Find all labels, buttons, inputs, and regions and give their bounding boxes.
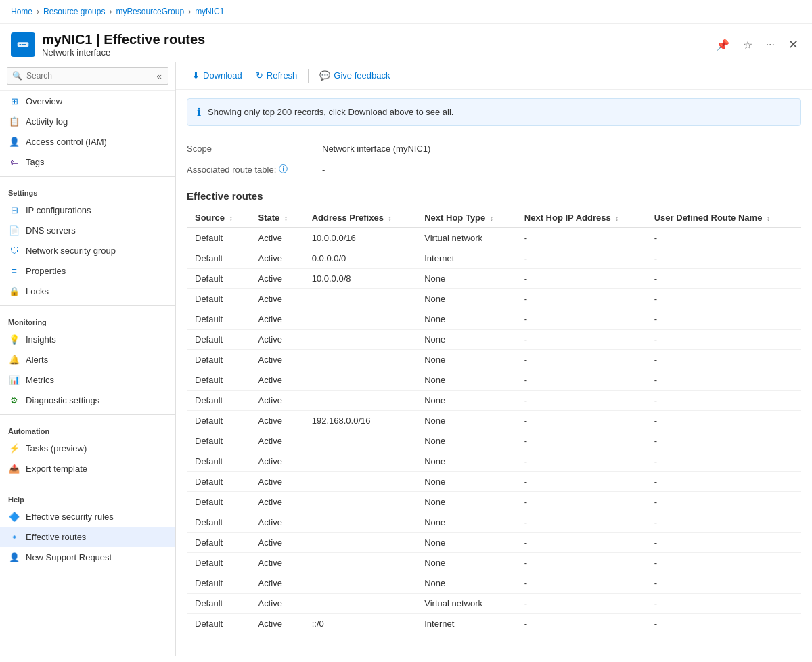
sidebar-item-export[interactable]: 📤 Export template bbox=[0, 458, 175, 479]
cell-nexthop-5: None bbox=[416, 330, 516, 350]
sort-state-icon: ↕ bbox=[284, 215, 288, 222]
cell-state-12: Active bbox=[250, 472, 304, 492]
cell-nexthop-14: None bbox=[416, 512, 516, 533]
assoc-value: - bbox=[322, 164, 325, 175]
sort-nexthop-icon: ↕ bbox=[490, 215, 493, 222]
breadcrumb-resource-groups[interactable]: Resource groups bbox=[43, 7, 105, 16]
cell-address-17 bbox=[304, 573, 417, 594]
cell-nexthop-17: None bbox=[416, 573, 516, 594]
sidebar-item-insights[interactable]: 💡 Insights bbox=[0, 329, 175, 349]
col-source[interactable]: Source ↕ bbox=[187, 208, 250, 227]
nsg-icon: 🛡 bbox=[8, 244, 20, 257]
cell-source-1: Default bbox=[187, 248, 250, 269]
more-button[interactable]: ··· bbox=[763, 36, 777, 53]
table-row: Default Active None - - bbox=[187, 309, 801, 330]
cell-nexthop-1: Internet bbox=[416, 248, 516, 269]
col-address[interactable]: Address Prefixes ↕ bbox=[304, 208, 417, 227]
cell-address-8 bbox=[304, 391, 417, 411]
sidebar-item-ip-config[interactable]: ⊟ IP configurations bbox=[0, 200, 175, 220]
cell-source-0: Default bbox=[187, 227, 250, 248]
download-label: Download bbox=[203, 70, 242, 81]
table-row: Default Active None - - bbox=[187, 370, 801, 391]
sidebar-item-security-rules[interactable]: 🔷 Effective security rules bbox=[0, 506, 175, 527]
close-button[interactable]: ✕ bbox=[786, 35, 801, 55]
download-button[interactable]: ⬇ Download bbox=[187, 67, 248, 84]
cell-source-14: Default bbox=[187, 512, 250, 533]
metrics-icon: 📊 bbox=[8, 374, 20, 386]
content-area: ⬇ Download ↻ Refresh 💬 Give feedback ℹ S… bbox=[176, 62, 812, 656]
sort-source-icon: ↕ bbox=[229, 215, 233, 222]
col-state[interactable]: State ↕ bbox=[250, 208, 304, 227]
routes-table: Source ↕ State ↕ Address Prefixes ↕ Ne bbox=[187, 208, 801, 634]
col-next-hop[interactable]: Next Hop Type ↕ bbox=[416, 208, 516, 227]
cell-nexthop-ip-5: - bbox=[516, 330, 646, 350]
cell-nexthop-ip-19: - bbox=[516, 614, 646, 634]
refresh-button[interactable]: ↻ Refresh bbox=[250, 67, 303, 84]
export-icon: 📤 bbox=[8, 462, 20, 475]
search-input[interactable] bbox=[7, 67, 168, 85]
sidebar-item-properties[interactable]: ≡ Properties bbox=[0, 261, 175, 281]
sidebar-label-tags: Tags bbox=[26, 157, 44, 167]
sidebar-item-nsg[interactable]: 🛡 Network security group bbox=[0, 240, 175, 261]
sidebar-item-diag[interactable]: ⚙ Diagnostic settings bbox=[0, 390, 175, 410]
page-title: myNIC1 | Effective routes bbox=[42, 32, 205, 47]
sidebar-item-activity-log[interactable]: 📋 Activity log bbox=[0, 111, 175, 131]
sidebar-item-tags[interactable]: 🏷 Tags bbox=[0, 152, 175, 172]
tasks-icon: ⚡ bbox=[8, 442, 20, 454]
cell-address-19: ::/0 bbox=[304, 614, 417, 634]
info-tooltip-icon[interactable]: ⓘ bbox=[279, 163, 288, 175]
main-layout: 🔍 « ⊞ Overview 📋 Activity log 👤 Access c… bbox=[0, 62, 812, 656]
cell-address-15 bbox=[304, 533, 417, 553]
sidebar-item-support[interactable]: 👤 New Support Request bbox=[0, 547, 175, 567]
cell-state-17: Active bbox=[250, 573, 304, 594]
refresh-label: Refresh bbox=[267, 70, 298, 81]
cell-nexthop-ip-7: - bbox=[516, 370, 646, 391]
sidebar-item-effective-routes[interactable]: 🔹 Effective routes bbox=[0, 527, 175, 547]
table-row: Default Active 10.0.0.0/16 Virtual netwo… bbox=[187, 227, 801, 248]
cell-source-7: Default bbox=[187, 370, 250, 391]
page-subtitle: Network interface bbox=[42, 47, 205, 58]
download-icon: ⬇ bbox=[192, 70, 200, 81]
favorite-button[interactable]: ☆ bbox=[740, 36, 755, 54]
nic-icon bbox=[16, 37, 30, 52]
cell-state-11: Active bbox=[250, 451, 304, 472]
diag-icon: ⚙ bbox=[8, 394, 20, 406]
sidebar-label-metrics: Metrics bbox=[26, 375, 54, 385]
sidebar-item-overview[interactable]: ⊞ Overview bbox=[0, 91, 175, 111]
cell-source-8: Default bbox=[187, 391, 250, 411]
col-route-name[interactable]: User Defined Route Name ↕ bbox=[646, 208, 801, 227]
sidebar-label-dns: DNS servers bbox=[26, 225, 76, 236]
sidebar-item-iam[interactable]: 👤 Access control (IAM) bbox=[0, 131, 175, 152]
table-row: Default Active None - - bbox=[187, 512, 801, 533]
scope-row: Scope Network interface (myNIC1) bbox=[187, 134, 801, 160]
cell-source-9: Default bbox=[187, 411, 250, 431]
feedback-button[interactable]: 💬 Give feedback bbox=[314, 67, 395, 84]
sidebar-item-tasks[interactable]: ⚡ Tasks (preview) bbox=[0, 438, 175, 458]
cell-nexthop-15: None bbox=[416, 533, 516, 553]
cell-state-19: Active bbox=[250, 614, 304, 634]
cell-nexthop-19: Internet bbox=[416, 614, 516, 634]
pin-button[interactable]: 📌 bbox=[713, 36, 732, 54]
sidebar-item-alerts[interactable]: 🔔 Alerts bbox=[0, 349, 175, 370]
sidebar-item-metrics[interactable]: 📊 Metrics bbox=[0, 370, 175, 390]
cell-nexthop-6: None bbox=[416, 350, 516, 370]
cell-state-0: Active bbox=[250, 227, 304, 248]
cell-address-14 bbox=[304, 512, 417, 533]
sidebar-item-dns[interactable]: 📄 DNS servers bbox=[0, 220, 175, 240]
col-next-hop-ip[interactable]: Next Hop IP Address ↕ bbox=[516, 208, 646, 227]
cell-state-10: Active bbox=[250, 431, 304, 451]
cell-nexthop-ip-9: - bbox=[516, 411, 646, 431]
breadcrumb-home[interactable]: Home bbox=[11, 7, 32, 16]
breadcrumb-my-nic1[interactable]: myNIC1 bbox=[195, 7, 224, 16]
sidebar-item-locks[interactable]: 🔒 Locks bbox=[0, 281, 175, 301]
ip-icon: ⊟ bbox=[8, 204, 20, 216]
table-row: Default Active None - - bbox=[187, 289, 801, 309]
cell-routename-9: - bbox=[646, 411, 801, 431]
breadcrumb-my-resource-group[interactable]: myResourceGroup bbox=[116, 7, 184, 16]
cell-source-19: Default bbox=[187, 614, 250, 634]
collapse-sidebar-button[interactable]: « bbox=[157, 71, 162, 81]
sidebar-label-ip: IP configurations bbox=[26, 205, 91, 215]
settings-section-label: Settings bbox=[0, 181, 175, 200]
cell-address-7 bbox=[304, 370, 417, 391]
cell-address-0: 10.0.0.0/16 bbox=[304, 227, 417, 248]
